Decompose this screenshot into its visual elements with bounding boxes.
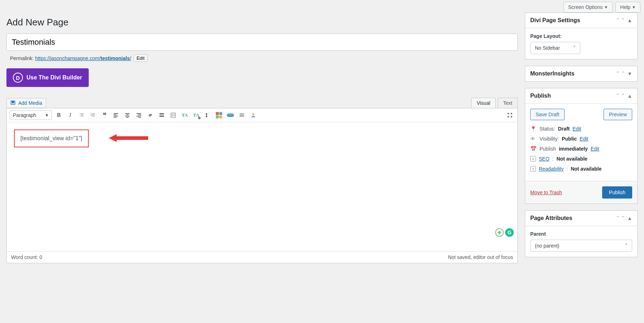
blockquote-button[interactable]: ❝: [100, 111, 109, 120]
panel-down-icon[interactable]: ˅: [622, 18, 624, 23]
yoast-add-badge[interactable]: ✚: [495, 228, 504, 237]
panel-down-icon[interactable]: ˅: [622, 93, 624, 99]
edit-visibility-link[interactable]: Edit: [580, 136, 588, 142]
divi-button-label: Use The Divi Builder: [26, 74, 82, 81]
page-layout-label: Page Layout:: [530, 33, 632, 39]
divi-logo-icon: D: [13, 73, 23, 83]
visibility-value: Public: [562, 136, 577, 142]
annotation-arrow-icon: [109, 133, 148, 143]
chevron-down-icon: ˅: [625, 243, 628, 249]
media-icon: [10, 100, 16, 106]
panel-page-attributes: Page Attributes ˄˅▲ Parent (no parent) ˅: [525, 210, 638, 257]
permalink-row: Permalink: https://jasonchampagne.com/te…: [10, 54, 518, 62]
calendar-icon: 📅: [530, 146, 537, 152]
align-right-button[interactable]: [134, 111, 143, 120]
link-button[interactable]: [146, 111, 155, 120]
svg-marker-2: [109, 134, 148, 142]
page-layout-select[interactable]: No Sidebar ˅: [530, 42, 580, 54]
tab-visual[interactable]: Visual: [471, 98, 496, 108]
parent-select[interactable]: (no parent) ˅: [530, 240, 632, 252]
panel-down-icon[interactable]: ˅: [622, 215, 624, 221]
panel-toggle-icon[interactable]: ▲: [627, 215, 632, 221]
preview-button[interactable]: Preview: [604, 109, 632, 120]
user-button[interactable]: [249, 111, 258, 120]
publish-value: immediately: [559, 146, 588, 152]
toolbar-toggle-button[interactable]: [169, 111, 178, 120]
page-title: Add New Page: [6, 17, 518, 28]
editor-status: Not saved, editor out of focus: [448, 254, 513, 260]
numbered-list-button[interactable]: [88, 111, 98, 120]
ta-cog-button[interactable]: TA⚙: [191, 111, 201, 120]
panel-toggle-icon[interactable]: ▼: [627, 71, 632, 77]
align-center-button[interactable]: [123, 111, 132, 120]
panel-divi-settings: Divi Page Settings ˄˅▲ Page Layout: No S…: [525, 13, 638, 59]
permalink-link[interactable]: https://jasonchampagne.com/testimonials/: [35, 55, 131, 61]
caret-down-icon: ▼: [45, 113, 49, 117]
screen-options-button[interactable]: Screen Options ▼: [564, 2, 613, 13]
panel-up-icon[interactable]: ˄: [616, 215, 619, 221]
panel-publish: Publish ˄˅▲ Save Draft Preview 📍 Status:…: [525, 88, 638, 204]
parent-label: Parent: [530, 231, 632, 237]
fullscreen-button[interactable]: [505, 111, 514, 120]
word-count: Word count: 0: [11, 254, 42, 260]
chevron-down-icon: ˅: [573, 45, 576, 51]
seo-value: Not available: [556, 156, 587, 162]
svg-point-1: [253, 113, 254, 115]
panel-up-icon[interactable]: ˄: [616, 93, 619, 99]
screen-options-label: Screen Options: [568, 4, 603, 10]
italic-button[interactable]: I: [65, 111, 75, 120]
add-media-label: Add Media: [18, 100, 42, 106]
pin-icon: 📍: [530, 126, 537, 132]
color-grid-button[interactable]: [214, 111, 224, 120]
save-draft-button[interactable]: Save Draft: [530, 109, 565, 120]
publish-button[interactable]: Publish: [602, 186, 632, 199]
panel-up-icon[interactable]: ˄: [616, 71, 619, 77]
caret-down-icon: ▼: [604, 5, 608, 9]
edit-status-link[interactable]: Edit: [572, 126, 581, 132]
panel-down-icon[interactable]: ˅: [622, 71, 624, 77]
panel-toggle-icon[interactable]: ▲: [627, 18, 632, 23]
tab-text[interactable]: Text: [498, 98, 518, 108]
panel-monsterinsights: MonsterInsights ˄˅▼: [525, 66, 638, 82]
eye-icon: 👁: [530, 136, 537, 142]
panel-up-icon[interactable]: ˄: [616, 18, 619, 23]
help-button[interactable]: Help ▼: [615, 2, 640, 13]
edit-slug-button[interactable]: Edit: [133, 54, 148, 62]
panel-title: MonsterInsights: [530, 70, 575, 77]
panel-toggle-icon[interactable]: ▲: [627, 93, 632, 99]
panel-title: Divi Page Settings: [530, 17, 580, 24]
yoast-icon: Y: [530, 166, 536, 172]
bold-button[interactable]: B: [54, 111, 63, 120]
read-more-button[interactable]: [157, 111, 166, 120]
editor-content[interactable]: [testimonial_view id="1"] ✚ G: [7, 122, 517, 251]
panel-title: Page Attributes: [530, 215, 572, 221]
pill-button[interactable]: [226, 111, 235, 120]
format-select[interactable]: Paragraph▼: [10, 111, 52, 120]
ta-button[interactable]: TA: [180, 111, 189, 120]
divi-builder-button[interactable]: D Use The Divi Builder: [6, 68, 89, 87]
add-media-button[interactable]: Add Media: [6, 98, 46, 108]
seo-link[interactable]: SEO: [539, 156, 550, 162]
permalink-label: Permalink:: [10, 55, 34, 61]
grammarly-badge[interactable]: G: [505, 228, 514, 237]
help-label: Help: [620, 4, 630, 10]
align-left-button[interactable]: [111, 111, 121, 120]
status-value: Draft: [558, 126, 570, 132]
column-button[interactable]: [203, 111, 212, 120]
editor-box: Paragraph▼ B I ❝ TA TA⚙: [6, 108, 518, 263]
yoast-icon: Y: [530, 156, 536, 162]
panel-title: Publish: [530, 93, 551, 99]
post-title-input[interactable]: [6, 34, 518, 51]
readability-link[interactable]: Readability: [539, 166, 564, 172]
move-to-trash-link[interactable]: Move to Trash: [530, 190, 562, 195]
caret-down-icon: ▼: [632, 5, 636, 9]
edit-publish-link[interactable]: Edit: [591, 146, 599, 152]
bullet-list-button[interactable]: [77, 111, 86, 120]
shortcode-highlight: [testimonial_view id="1"]: [14, 129, 89, 147]
lines-button[interactable]: [237, 111, 247, 120]
readability-value: Not available: [571, 166, 601, 172]
